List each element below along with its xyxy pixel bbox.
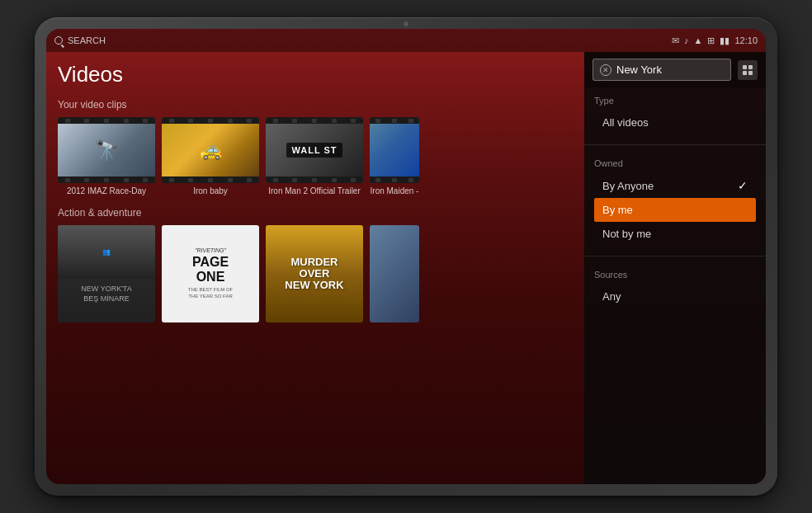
list-item[interactable]: Iron Maiden -	[370, 117, 419, 195]
owned-by-me-option[interactable]: By me	[594, 198, 756, 222]
video-thumb-3[interactable]	[266, 117, 363, 183]
tablet-screen: SEARCH ✉ ♪ ▲ ⊞ ▮▮ 12:10 Videos Your vide	[46, 29, 766, 484]
film-hole	[169, 119, 174, 123]
grid-icon: ⊞	[707, 35, 715, 46]
film-hole	[124, 119, 129, 123]
film-hole	[408, 119, 413, 123]
film-hole	[273, 119, 278, 123]
film-hole	[228, 178, 233, 182]
search-options-icon[interactable]	[738, 60, 758, 80]
search-field[interactable]: ✕ New York	[592, 59, 731, 81]
svg-rect-1	[748, 65, 753, 69]
film-hole	[292, 178, 297, 182]
clear-search-icon[interactable]: ✕	[600, 64, 611, 76]
search-icon	[54, 36, 63, 45]
status-bar-right: ✉ ♪ ▲ ⊞ ▮▮ 12:10	[672, 35, 758, 46]
battery-icon: ▮▮	[720, 35, 729, 46]
search-value: New York	[616, 64, 724, 76]
film-strip-top	[162, 117, 259, 124]
search-input-wrapper: ✕ New York	[584, 52, 766, 87]
film-hole	[351, 178, 356, 182]
video-thumb-1[interactable]	[58, 117, 155, 183]
tablet-device: SEARCH ✉ ♪ ▲ ⊞ ▮▮ 12:10 Videos Your vide	[35, 17, 777, 496]
film-hole	[124, 178, 129, 182]
list-item[interactable]: 👥 NEW YORK'TABEŞ MİNARE	[58, 225, 155, 322]
film-hole	[247, 119, 252, 123]
owned-filter-section: Owned By Anyone ✓ By me Not by me	[584, 150, 766, 251]
film-hole	[65, 178, 70, 182]
video-image-3	[266, 124, 363, 176]
film-hole	[65, 119, 70, 123]
film-hole	[143, 178, 148, 182]
action-label-1: NEW YORK'TABEŞ MİNARE	[81, 285, 131, 304]
film-hole	[292, 119, 297, 123]
list-item[interactable]: Iron baby	[162, 117, 259, 195]
svg-rect-0	[743, 65, 747, 69]
film-hole	[208, 119, 213, 123]
status-bar: SEARCH ✉ ♪ ▲ ⊞ ▮▮ 12:10	[46, 29, 766, 52]
film-strip-top	[58, 117, 155, 124]
film-strip-bottom	[266, 176, 363, 183]
volume-icon: ♪	[684, 35, 689, 45]
divider-1	[584, 144, 766, 145]
film-hole	[408, 178, 413, 182]
main-content: Videos Your video clips	[46, 52, 766, 484]
list-item[interactable]	[370, 225, 419, 322]
time-display: 12:10	[734, 35, 758, 45]
film-hole	[84, 178, 89, 182]
check-icon: ✓	[738, 179, 748, 192]
film-hole	[104, 119, 109, 123]
video-label-4: Iron Maiden -	[370, 186, 419, 195]
screen: SEARCH ✉ ♪ ▲ ⊞ ▮▮ 12:10 Videos Your vide	[46, 29, 766, 484]
sources-any-label: Any	[602, 290, 621, 303]
film-hole	[392, 119, 397, 123]
film-hole	[392, 178, 397, 182]
video-label-1: 2012 IMAZ Race-Day	[58, 186, 155, 195]
film-hole	[143, 119, 148, 123]
film-hole	[312, 119, 317, 123]
video-image-1	[58, 124, 155, 176]
wifi-icon: ▲	[694, 35, 703, 45]
film-hole	[104, 178, 109, 182]
sources-filter-section: Sources Any	[584, 261, 766, 313]
video-thumb-2[interactable]	[162, 117, 259, 183]
owned-by-me-label: By me	[602, 204, 633, 216]
film-strip-top	[370, 117, 419, 124]
video-image-4	[370, 124, 419, 176]
search-panel: ✕ New York	[584, 52, 766, 484]
svg-rect-3	[748, 71, 753, 75]
owned-not-by-me-label: Not by me	[602, 228, 651, 240]
video-label-3: Iron Man 2 Official Trailer	[266, 186, 363, 195]
video-thumb-4[interactable]	[370, 117, 419, 183]
film-hole	[208, 178, 213, 182]
film-hole	[188, 178, 193, 182]
film-hole	[228, 119, 233, 123]
svg-rect-2	[743, 71, 747, 75]
camera-dot	[404, 21, 408, 26]
film-hole	[84, 119, 89, 123]
film-hole	[351, 119, 356, 123]
video-label-2: Iron baby	[162, 186, 259, 195]
email-icon: ✉	[672, 35, 679, 46]
owned-by-anyone-option[interactable]: By Anyone ✓	[594, 173, 756, 198]
status-bar-left: SEARCH	[54, 35, 106, 45]
search-label: SEARCH	[68, 35, 106, 45]
film-strip-top	[266, 117, 363, 124]
film-hole	[247, 178, 252, 182]
divider-2	[584, 256, 766, 256]
type-all-videos-option[interactable]: All videos	[594, 111, 756, 134]
type-filter-label: Type	[594, 96, 756, 106]
film-hole	[332, 178, 337, 182]
type-filter-section: Type All videos	[584, 87, 766, 139]
list-item[interactable]: 2012 IMAZ Race-Day	[58, 117, 155, 195]
list-item[interactable]: Iron Man 2 Official Trailer	[266, 117, 363, 195]
film-hole	[312, 178, 317, 182]
sources-any-option[interactable]: Any	[594, 285, 756, 308]
owned-not-by-me-option[interactable]: Not by me	[594, 222, 756, 246]
film-hole	[332, 119, 337, 123]
list-item[interactable]: MURDEROVERNEW YORK	[266, 225, 363, 322]
film-hole	[273, 178, 278, 182]
list-item[interactable]: "RIVETING" PAGEONE THE BEST FILM OFTHE Y…	[162, 225, 259, 322]
owned-filter-label: Owned	[594, 158, 756, 168]
film-strip-bottom	[162, 176, 259, 183]
